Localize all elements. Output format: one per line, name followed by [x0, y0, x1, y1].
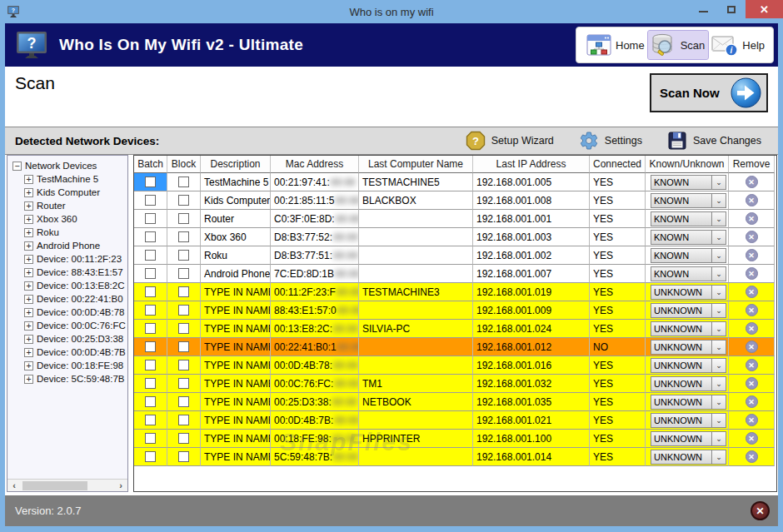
expand-icon[interactable]: +: [24, 175, 33, 184]
expand-icon[interactable]: +: [24, 201, 33, 211]
expand-icon[interactable]: +: [24, 268, 33, 277]
tree-item-13[interactable]: +Device: 00:0D:4B:7B: [24, 346, 127, 359]
tree-item-6[interactable]: +Device: 00:11:2F:23: [24, 252, 127, 266]
block-cell[interactable]: [167, 375, 201, 393]
description-cell[interactable]: Roku: [201, 246, 271, 265]
known-unknown-dropdown[interactable]: UNKNOWN⌄: [651, 285, 726, 300]
known-unknown-dropdown[interactable]: KNOWN⌄: [651, 266, 726, 281]
batch-checkbox[interactable]: [145, 341, 156, 352]
batch-cell[interactable]: [134, 191, 167, 210]
tree-item-15[interactable]: +Device: 5C:59:48:7B: [24, 372, 127, 385]
chevron-down-icon[interactable]: ⌄: [711, 341, 726, 354]
remove-device-button[interactable]: ✕: [746, 286, 758, 298]
nav-button-help[interactable]: iHelp: [708, 32, 768, 59]
block-cell[interactable]: [167, 338, 201, 356]
batch-checkbox[interactable]: [145, 451, 156, 462]
block-checkbox[interactable]: [178, 341, 189, 352]
batch-checkbox[interactable]: [145, 268, 156, 279]
save-changes-button[interactable]: Save Changes: [667, 131, 761, 151]
remove-device-button[interactable]: ✕: [746, 231, 758, 243]
block-checkbox[interactable]: [178, 286, 189, 297]
block-cell[interactable]: [167, 265, 201, 283]
description-cell[interactable]: TYPE IN NAME: [201, 283, 271, 301]
settings-button[interactable]: Settings: [579, 131, 642, 151]
chevron-down-icon[interactable]: ⌄: [711, 267, 726, 281]
remove-device-button[interactable]: ✕: [746, 322, 758, 335]
block-cell[interactable]: [167, 411, 201, 430]
expand-icon[interactable]: +: [24, 241, 33, 251]
batch-cell[interactable]: [134, 173, 167, 191]
tree-item-3[interactable]: +Xbox 360: [24, 212, 127, 226]
batch-cell[interactable]: [134, 375, 167, 393]
close-button[interactable]: ✕: [746, 0, 783, 18]
description-cell[interactable]: TYPE IN NAME: [201, 448, 271, 466]
remove-device-button[interactable]: ✕: [746, 432, 758, 445]
description-cell[interactable]: Android Phone: [201, 265, 271, 283]
expand-icon[interactable]: +: [24, 308, 33, 317]
known-unknown-dropdown[interactable]: KNOWN⌄: [651, 230, 726, 245]
description-cell[interactable]: TYPE IN NAME: [201, 301, 271, 320]
scroll-left-icon[interactable]: ‹: [7, 480, 21, 491]
chevron-down-icon[interactable]: ⌄: [711, 194, 726, 207]
block-checkbox[interactable]: [178, 177, 189, 187]
known-unknown-dropdown[interactable]: KNOWN⌄: [651, 211, 726, 226]
tree-item-10[interactable]: +Device: 00:0D:4B:78: [24, 306, 127, 319]
tree-root-network-devices[interactable]: −Network Devices: [12, 159, 127, 172]
block-cell[interactable]: [167, 191, 201, 210]
block-checkbox[interactable]: [178, 433, 189, 444]
batch-cell[interactable]: [134, 265, 167, 283]
expand-icon[interactable]: +: [24, 335, 33, 344]
chevron-down-icon[interactable]: ⌄: [711, 304, 726, 317]
batch-checkbox[interactable]: [145, 360, 156, 370]
block-checkbox[interactable]: [178, 360, 189, 370]
known-unknown-dropdown[interactable]: UNKNOWN⌄: [651, 413, 726, 428]
batch-checkbox[interactable]: [145, 177, 156, 187]
remove-device-button[interactable]: ✕: [746, 304, 758, 316]
batch-cell[interactable]: [134, 283, 167, 301]
block-checkbox[interactable]: [178, 195, 189, 206]
scrollbar-thumb[interactable]: [22, 481, 87, 490]
batch-checkbox[interactable]: [145, 195, 156, 206]
block-checkbox[interactable]: [178, 451, 189, 462]
batch-checkbox[interactable]: [145, 323, 156, 334]
block-checkbox[interactable]: [178, 231, 189, 242]
chevron-down-icon[interactable]: ⌄: [711, 286, 726, 299]
known-unknown-dropdown[interactable]: UNKNOWN⌄: [651, 340, 726, 355]
block-cell[interactable]: [167, 228, 201, 246]
description-cell[interactable]: TYPE IN NAME: [201, 320, 271, 338]
remove-device-button[interactable]: ✕: [746, 450, 758, 463]
tree-item-1[interactable]: +Kids Computer: [24, 186, 127, 199]
known-unknown-dropdown[interactable]: UNKNOWN⌄: [651, 376, 726, 391]
batch-cell[interactable]: [134, 448, 167, 466]
expand-icon[interactable]: +: [24, 375, 33, 384]
block-cell[interactable]: [167, 356, 201, 375]
tree-item-5[interactable]: +Android Phone: [24, 239, 127, 252]
tree-item-9[interactable]: +Device: 00:22:41:B0: [24, 292, 127, 306]
batch-cell[interactable]: [134, 320, 167, 338]
batch-checkbox[interactable]: [145, 305, 156, 316]
batch-checkbox[interactable]: [145, 396, 156, 407]
setup-wizard-button[interactable]: ?Setup Wizard: [466, 131, 554, 151]
remove-device-button[interactable]: ✕: [746, 395, 758, 408]
nav-button-scan[interactable]: Scan: [648, 31, 709, 59]
description-cell[interactable]: TYPE IN NAME: [201, 356, 271, 375]
collapse-icon[interactable]: −: [12, 162, 22, 171]
block-cell[interactable]: [167, 173, 201, 191]
remove-device-button[interactable]: ✕: [746, 212, 758, 225]
block-cell[interactable]: [167, 246, 201, 265]
description-cell[interactable]: Kids Computer: [201, 191, 271, 210]
description-cell[interactable]: TYPE IN NAME: [201, 411, 271, 430]
known-unknown-dropdown[interactable]: UNKNOWN⌄: [651, 450, 726, 465]
block-cell[interactable]: [167, 448, 201, 466]
status-close-icon[interactable]: ✕: [751, 501, 770, 520]
description-cell[interactable]: Xbox 360: [201, 228, 271, 246]
description-cell[interactable]: TYPE IN NAME: [201, 430, 271, 448]
known-unknown-dropdown[interactable]: KNOWN⌄: [651, 248, 726, 263]
tree-item-14[interactable]: +Device: 00:18:FE:98: [24, 359, 127, 372]
remove-device-button[interactable]: ✕: [746, 267, 758, 280]
block-checkbox[interactable]: [178, 305, 189, 316]
block-checkbox[interactable]: [178, 250, 189, 261]
batch-checkbox[interactable]: [145, 415, 156, 425]
batch-checkbox[interactable]: [145, 213, 156, 224]
known-unknown-dropdown[interactable]: KNOWN⌄: [651, 175, 726, 190]
